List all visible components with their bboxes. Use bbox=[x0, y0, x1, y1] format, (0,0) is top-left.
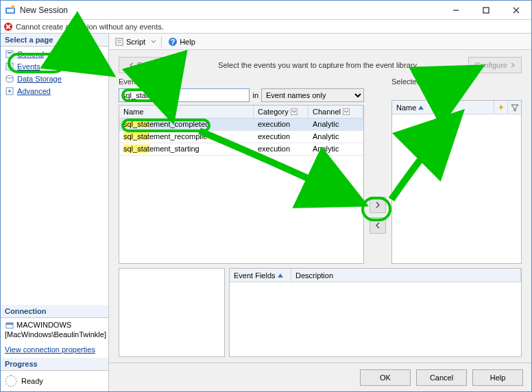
instruction-text: Select the events you want to capture fr… bbox=[173, 61, 463, 69]
col-description[interactable]: Description bbox=[291, 269, 521, 282]
page-item-general[interactable]: General bbox=[1, 48, 108, 60]
select-page-header: Select a page bbox=[1, 34, 108, 47]
chevron-down-icon[interactable] bbox=[291, 108, 298, 115]
page-item-data-storage[interactable]: Data Storage bbox=[1, 73, 108, 85]
page-link[interactable]: Advanced bbox=[17, 87, 51, 95]
move-buttons bbox=[368, 77, 387, 264]
svg-rect-17 bbox=[6, 323, 13, 325]
close-button[interactable] bbox=[501, 1, 531, 20]
selected-grid-header: Name bbox=[392, 101, 521, 114]
bottom-right-panel: Event Fields Description bbox=[229, 268, 522, 357]
select-label: Select bbox=[137, 61, 158, 69]
remove-event-button[interactable] bbox=[370, 217, 386, 234]
selected-events-grid[interactable]: Name bbox=[391, 100, 522, 264]
page-link[interactable]: Data Storage bbox=[17, 75, 62, 83]
selected-events-label: Selected events: bbox=[391, 77, 522, 86]
connection-header: Connection bbox=[1, 305, 108, 318]
window-title: New Session bbox=[20, 5, 441, 15]
grid-header: Name Category Channel bbox=[119, 106, 363, 119]
svg-point-13 bbox=[6, 75, 13, 78]
help-label: Help bbox=[180, 38, 195, 46]
ok-button[interactable]: OK bbox=[360, 369, 411, 386]
progress-status: Ready bbox=[21, 377, 43, 385]
page-icon bbox=[5, 49, 14, 59]
script-dropdown[interactable] bbox=[149, 35, 158, 49]
app-icon bbox=[5, 5, 16, 16]
page-list: General Events Data Storage Advanced bbox=[1, 47, 108, 99]
event-library-grid[interactable]: Name Category Channel sql_statement_comp… bbox=[119, 105, 364, 264]
svg-rect-18 bbox=[116, 38, 123, 45]
svg-rect-4 bbox=[483, 8, 489, 13]
error-text: Cannot create a session without any even… bbox=[16, 23, 164, 31]
progress-header: Progress bbox=[1, 358, 108, 371]
col-category[interactable]: Category bbox=[254, 106, 309, 118]
chevron-left-icon bbox=[374, 222, 381, 229]
maximize-button[interactable] bbox=[471, 1, 501, 20]
script-button[interactable]: Script bbox=[112, 35, 148, 49]
grid-row[interactable]: sql_statement_recompile execution Analyt… bbox=[119, 131, 363, 143]
bottom-left-panel bbox=[119, 268, 225, 357]
connection-info: MACWINDOWS [MacWindows\BeaulinTwinkle] bbox=[1, 318, 108, 341]
svg-rect-10 bbox=[6, 51, 13, 58]
dialog-footer: OK Cancel Help bbox=[109, 363, 531, 391]
sel-col-name[interactable]: Name bbox=[392, 103, 494, 112]
chevron-right-icon bbox=[374, 201, 381, 208]
back-select-button[interactable]: Select bbox=[119, 57, 168, 73]
svg-rect-11 bbox=[8, 52, 12, 53]
col-channel[interactable]: Channel bbox=[309, 106, 363, 118]
left-panel: Select a page General Events Data Storag… bbox=[1, 34, 109, 391]
script-label: Script bbox=[126, 38, 145, 46]
in-label: in bbox=[252, 91, 258, 99]
server-icon bbox=[5, 321, 14, 330]
cancel-button[interactable]: Cancel bbox=[416, 369, 467, 386]
titlebar: New Session bbox=[1, 1, 531, 20]
chevron-down-icon[interactable] bbox=[343, 108, 350, 115]
minimize-button[interactable] bbox=[441, 1, 471, 20]
view-connection-properties-link[interactable]: View connection properties bbox=[1, 341, 108, 358]
event-search-input[interactable] bbox=[119, 88, 250, 102]
lightning-filter-button[interactable] bbox=[494, 101, 507, 114]
progress-spinner-icon bbox=[5, 375, 17, 387]
col-event-fields[interactable]: Event Fields bbox=[230, 269, 291, 282]
grid-row[interactable]: sql_statement_completed execution Analyt… bbox=[119, 119, 363, 131]
page-link[interactable]: Events bbox=[17, 62, 40, 71]
svg-rect-1 bbox=[7, 9, 14, 12]
help-icon: ? bbox=[168, 37, 178, 47]
svg-rect-12 bbox=[6, 63, 13, 70]
page-link[interactable]: General bbox=[17, 50, 44, 58]
configure-label: Configure bbox=[474, 61, 507, 69]
page-icon bbox=[5, 86, 14, 96]
lightning-icon bbox=[497, 103, 505, 112]
content-toolbar: Script ? Help bbox=[109, 34, 531, 50]
search-scope-select[interactable]: Event names only bbox=[261, 88, 364, 102]
chevron-down-icon bbox=[151, 39, 156, 45]
svg-point-2 bbox=[12, 5, 15, 8]
sort-asc-icon bbox=[278, 273, 283, 278]
script-icon bbox=[114, 37, 124, 47]
event-library-label: Event library: bbox=[119, 77, 364, 86]
configure-button[interactable]: Configure bbox=[468, 57, 522, 73]
page-icon bbox=[5, 62, 14, 71]
error-icon bbox=[3, 22, 13, 32]
funnel-icon bbox=[511, 103, 519, 112]
separator bbox=[161, 36, 162, 47]
funnel-filter-button[interactable] bbox=[507, 101, 521, 114]
sort-asc-icon bbox=[418, 106, 424, 110]
page-item-advanced[interactable]: Advanced bbox=[1, 85, 108, 97]
svg-point-15 bbox=[8, 90, 11, 93]
help-button[interactable]: Help bbox=[472, 369, 523, 386]
help-button[interactable]: ? Help bbox=[165, 35, 198, 49]
chevron-right-icon bbox=[510, 62, 516, 68]
content-area: Script ? Help Select Select the events y… bbox=[109, 34, 531, 391]
add-event-button[interactable] bbox=[370, 197, 386, 213]
error-bar: Cannot create a session without any even… bbox=[1, 20, 531, 34]
col-name[interactable]: Name bbox=[119, 106, 254, 118]
server-name: MACWINDOWS bbox=[16, 321, 71, 329]
svg-text:?: ? bbox=[171, 38, 176, 46]
user-name: [MacWindows\BeaulinTwinkle] bbox=[5, 330, 106, 339]
grid-row[interactable]: sql_statement_starting execution Analyti… bbox=[119, 143, 363, 156]
page-item-events[interactable]: Events bbox=[1, 60, 108, 73]
chevron-left-icon bbox=[129, 62, 134, 68]
page-icon bbox=[5, 74, 14, 84]
